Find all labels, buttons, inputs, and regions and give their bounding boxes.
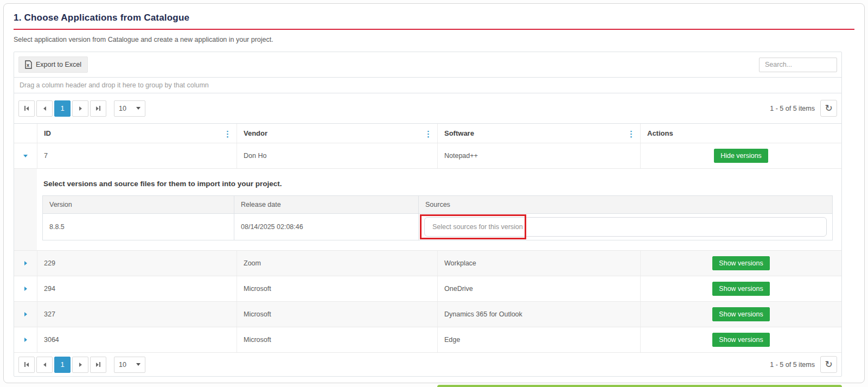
applications-grid: x Export to Excel Drag a column header a… (14, 52, 842, 377)
finish-button[interactable]: Finish (437, 385, 842, 387)
detail-spacer (14, 169, 37, 250)
cell-id: 3064 (37, 327, 237, 352)
column-header-label: ID (44, 129, 51, 137)
column-menu-icon[interactable]: ⋮ (424, 129, 432, 137)
table-row: 7 Don Ho Notepad++ Hide versions (14, 143, 841, 169)
cell-software: Workplace (437, 251, 640, 276)
cell-software: Edge (437, 327, 640, 352)
refresh-button[interactable]: ↻ (820, 100, 837, 117)
cell-vendor: Microsoft (237, 276, 437, 301)
red-divider (14, 29, 854, 30)
pager-bottom: 1 10 1 - 5 of 5 items ↻ (14, 353, 841, 376)
cell-sources: Select sources for this version (418, 214, 832, 240)
show-versions-button[interactable]: Show versions (712, 256, 769, 270)
cell-id: 327 (37, 302, 237, 327)
page-1-button[interactable]: 1 (54, 100, 71, 117)
page-subtitle: Select application version from Catalogu… (14, 36, 854, 43)
show-versions-button[interactable]: Show versions (712, 282, 769, 296)
column-header-label: Software (444, 129, 474, 137)
collapse-row-icon[interactable] (23, 155, 28, 157)
table-row: 327 Microsoft Dynamics 365 for Outlook S… (14, 302, 841, 327)
refresh-icon: ↻ (825, 103, 832, 114)
chevron-down-icon (136, 107, 141, 110)
cell-software: Dynamics 365 for Outlook (437, 302, 640, 327)
show-versions-button[interactable]: Show versions (712, 333, 769, 347)
previous-page-button[interactable] (36, 100, 53, 117)
grid-toolbar: x Export to Excel (14, 52, 841, 78)
cell-id: 294 (37, 276, 237, 301)
column-menu-icon[interactable]: ⋮ (627, 129, 635, 137)
search-input[interactable] (759, 58, 837, 72)
versions-header-row: Version Release date Sources (43, 196, 832, 214)
refresh-button[interactable]: ↻ (820, 356, 837, 373)
cell-vendor: Microsoft (237, 302, 437, 327)
hide-versions-button[interactable]: Hide versions (714, 149, 768, 163)
versions-column-sources: Sources (418, 196, 832, 213)
expand-row-icon[interactable] (24, 287, 27, 291)
group-by-drop-area[interactable]: Drag a column header and drop it here to… (14, 78, 841, 93)
column-header-actions: Actions (640, 124, 841, 143)
column-menu-icon[interactable]: ⋮ (224, 129, 232, 137)
refresh-icon: ↻ (825, 359, 832, 370)
detail-heading: Select versions and source files for the… (43, 180, 833, 188)
versions-table: Version Release date Sources 8.8.5 08/14… (42, 195, 833, 240)
pager-info-area: 1 - 5 of 5 items ↻ (770, 356, 837, 373)
chevron-down-icon (136, 363, 141, 366)
column-header-label: Actions (647, 129, 673, 137)
grid-header-row: ID ⋮ Vendor ⋮ Software ⋮ Actions (14, 124, 841, 143)
first-page-button[interactable] (18, 100, 35, 117)
export-to-excel-button[interactable]: x Export to Excel (18, 56, 88, 73)
column-header-vendor[interactable]: Vendor ⋮ (237, 124, 437, 143)
last-page-button[interactable] (90, 100, 106, 117)
items-count-label: 1 - 5 of 5 items (770, 361, 815, 369)
cell-version: 8.8.5 (43, 214, 234, 240)
show-versions-button[interactable]: Show versions (712, 307, 769, 321)
cell-software: OneDrive (437, 276, 640, 301)
pager-controls: 1 10 (18, 357, 145, 373)
items-count-label: 1 - 5 of 5 items (770, 105, 815, 112)
page-size-value: 10 (119, 361, 126, 369)
cell-software: Notepad++ (437, 143, 640, 168)
previous-page-button[interactable] (36, 357, 53, 373)
page-1-button[interactable]: 1 (54, 357, 71, 373)
footer-actions: Finish (14, 385, 842, 387)
column-header-software[interactable]: Software ⋮ (437, 124, 640, 143)
select-sources-dropdown[interactable]: Select sources for this version (424, 217, 827, 237)
cell-vendor: Zoom (237, 251, 437, 276)
column-header-label: Vendor (244, 129, 267, 137)
table-row: 294 Microsoft OneDrive Show versions (14, 276, 841, 302)
cell-id: 229 (37, 251, 237, 276)
cell-id: 7 (37, 143, 237, 168)
page-size-dropdown[interactable]: 10 (114, 100, 145, 117)
version-row: 8.8.5 08/14/2025 02:08:46 Select sources… (43, 214, 832, 240)
column-header-id[interactable]: ID ⋮ (37, 124, 237, 143)
expand-column-header (14, 124, 37, 143)
versions-column-version: Version (43, 196, 234, 213)
excel-file-icon: x (25, 60, 32, 69)
versions-column-release-date: Release date (234, 196, 418, 213)
pager-top: 1 10 1 - 5 of 5 items ↻ (14, 93, 841, 124)
page-title: 1. Choose Applications from Catalogue (14, 12, 854, 23)
table-row: 3064 Microsoft Edge Show versions (14, 327, 841, 353)
next-page-button[interactable] (72, 357, 88, 373)
detail-content: Select versions and source files for the… (37, 169, 841, 250)
table-row: 229 Zoom Workplace Show versions (14, 251, 841, 276)
next-page-button[interactable] (72, 100, 88, 117)
expand-row-icon[interactable] (24, 312, 27, 316)
wizard-step-card: 1. Choose Applications from Catalogue Se… (3, 3, 865, 383)
pager-info-area: 1 - 5 of 5 items ↻ (770, 100, 837, 117)
pager-controls: 1 10 (18, 100, 145, 117)
row-detail-section: Select versions and source files for the… (14, 169, 841, 251)
expand-row-icon[interactable] (24, 261, 27, 265)
first-page-button[interactable] (18, 357, 35, 373)
svg-text:x: x (27, 62, 29, 68)
export-to-excel-label: Export to Excel (36, 61, 81, 68)
cell-release-date: 08/14/2025 02:08:46 (234, 214, 418, 240)
cell-vendor: Microsoft (237, 327, 437, 352)
expand-row-icon[interactable] (24, 338, 27, 342)
page-size-value: 10 (119, 105, 126, 112)
last-page-button[interactable] (90, 357, 106, 373)
cell-vendor: Don Ho (237, 143, 437, 168)
page-size-dropdown[interactable]: 10 (114, 357, 145, 373)
